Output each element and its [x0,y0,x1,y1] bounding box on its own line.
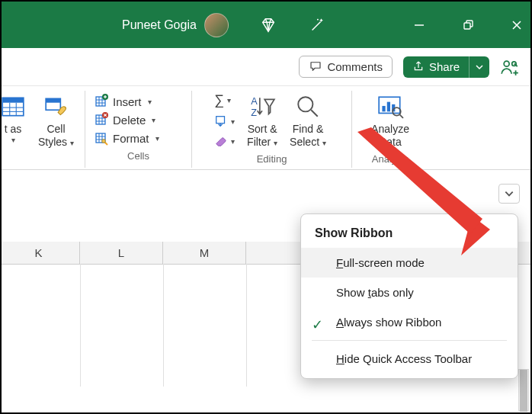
format-button[interactable]: Format▾ [93,130,159,146]
wand-icon[interactable] [308,16,326,34]
column-header[interactable]: L [80,242,163,264]
sort-filter-button[interactable]: AZ Sort & Filter ▾ [244,91,280,149]
popup-title: Show Ribbon [301,217,518,248]
insert-icon [93,94,108,109]
menu-hide-qat[interactable]: Hide Quick Access Toolbar [301,344,518,374]
format-icon [93,130,108,146]
sort-filter-icon: AZ [248,92,276,121]
restore-button[interactable] [462,19,474,31]
analyze-data-icon [377,92,404,121]
share-button[interactable]: Share [403,56,489,78]
analyze-l2: Data [379,136,402,149]
menu-full-screen[interactable]: Full-screen mode [301,248,518,278]
vertical-scrollbar[interactable] [518,369,529,411]
format-as-table-icon [0,92,26,121]
svg-line-48 [400,115,403,118]
check-icon: ✓ [312,316,323,333]
svg-rect-45 [387,102,390,112]
format-as-table-label: t as [5,123,22,136]
comments-button[interactable]: Comments [299,56,393,78]
ribbon: t as ▾ Cell Styles ▾ Insert▾ [2,86,530,170]
find-select-button[interactable]: Find & Select ▾ [287,91,329,149]
cell-styles-button[interactable]: Cell Styles ▾ [35,91,77,149]
svg-rect-38 [216,117,225,124]
secondbar: Comments Share [2,48,530,86]
people-icon[interactable] [500,57,520,77]
svg-rect-37 [102,140,105,143]
svg-text:Z: Z [251,108,257,118]
share-icon [412,60,425,72]
fill-icon [214,114,228,128]
svg-rect-1 [464,23,470,29]
svg-rect-15 [46,98,60,102]
menu-separator [312,340,507,341]
insert-label: Insert [113,95,142,108]
ribbon-options-menu: Show Ribbon Full-screen mode Show tabs o… [300,213,518,379]
sort-filter-l2: Filter [247,136,271,148]
share-caret[interactable] [470,63,489,71]
share-label: Share [429,60,460,73]
delete-label: Delete [113,114,146,127]
column-header[interactable]: K [0,242,80,264]
format-label: Format [113,132,149,145]
cell-styles-icon [43,92,69,121]
delete-button[interactable]: Delete▾ [93,112,155,127]
diamond-icon[interactable] [259,16,277,34]
sigma-icon: ∑ [214,92,224,108]
analyze-l1: Analyze [371,123,409,136]
ribbon-options-button[interactable] [498,184,520,204]
svg-rect-44 [382,106,385,111]
sort-filter-l1: Sort & [248,123,277,136]
delete-icon [93,112,108,127]
editing-group-label: Editing [200,153,344,168]
comments-label: Comments [327,60,383,73]
cell-styles-l2: Styles [38,136,67,148]
titlebar: Puneet Gogia [2,2,530,48]
menu-show-tabs-only[interactable]: Show tabs only [301,278,518,307]
column-header[interactable]: M [163,242,246,264]
find-select-l1: Find & [293,123,323,136]
clear-button[interactable]: ▾ [214,134,235,148]
close-button[interactable] [511,19,523,31]
find-select-l2: Select [290,136,319,148]
autosum-button[interactable]: ∑▾ [214,92,231,108]
avatar[interactable] [204,13,229,37]
svg-text:A: A [251,96,258,107]
minimize-button[interactable] [413,19,425,31]
svg-point-4 [504,61,509,66]
comment-icon [309,59,322,73]
fill-button[interactable]: ▾ [214,114,235,128]
menu-always-show-ribbon[interactable]: ✓ Always show Ribbon [301,307,518,337]
eraser-icon [214,134,228,148]
svg-point-41 [298,97,312,111]
cell-styles-l1: Cell [46,123,65,136]
format-as-table-button[interactable]: t as ▾ [0,91,29,145]
cells-group-label: Cells [93,150,184,165]
svg-rect-9 [2,98,24,102]
analysis-group-label: Analysis [360,153,421,168]
username: Puneet Gogia [122,18,197,32]
analyze-data-button[interactable]: Analyze Data [368,91,412,149]
svg-line-42 [311,110,318,117]
find-icon [295,92,321,121]
insert-button[interactable]: Insert▾ [93,94,152,109]
